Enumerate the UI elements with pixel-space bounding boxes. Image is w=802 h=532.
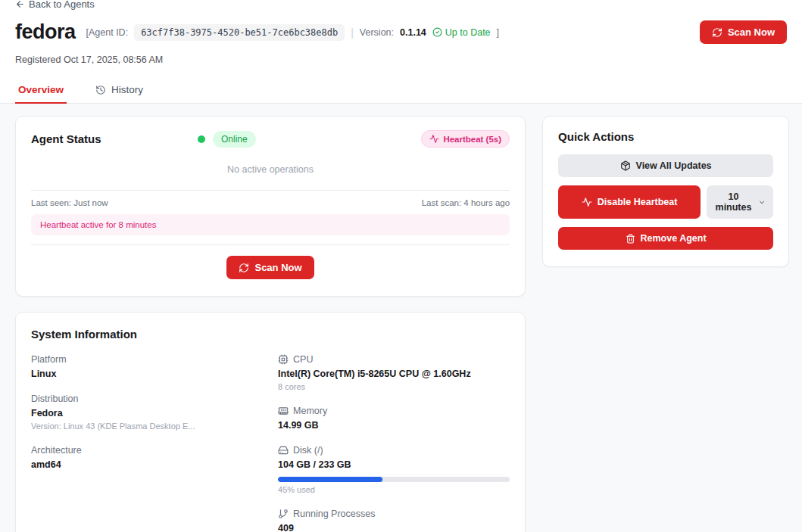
- page-title: fedora: [15, 20, 76, 44]
- memory-label: Memory: [293, 406, 327, 416]
- tab-history-label: History: [111, 84, 143, 95]
- heartbeat-active-banner: Heartbeat active for 8 minutes: [31, 214, 510, 235]
- platform-label: Platform: [31, 354, 263, 365]
- tab-history[interactable]: History: [92, 78, 146, 104]
- platform-value: Linux: [31, 369, 263, 379]
- heartbeat-duration-select[interactable]: 10 minutes: [707, 185, 773, 219]
- distribution-version: Version: Linux 43 (KDE Plasma Desktop E.…: [31, 422, 263, 431]
- platform-field: Platform Linux: [31, 354, 263, 379]
- distribution-field: Distribution Fedora Version: Linux 43 (K…: [31, 394, 263, 431]
- page-header: Back to Agents fedora [Agent ID: 63cf7f3…: [0, 0, 802, 65]
- title-row: fedora [Agent ID: 63cf7f38-3975-4520-be5…: [15, 20, 787, 44]
- agent-status-card: Agent Status Online Heartbeat (5s) No ac…: [15, 116, 526, 297]
- view-all-updates-button[interactable]: View All Updates: [558, 154, 773, 177]
- heartbeat-duration-value: 10 minutes: [714, 191, 753, 213]
- page-content: Agent Status Online Heartbeat (5s) No ac…: [0, 104, 802, 532]
- disk-label: Disk (/): [293, 445, 323, 456]
- back-to-agents-link[interactable]: Back to Agents: [15, 0, 95, 10]
- heartbeat-controls-row: Disable Heartbeat 10 minutes: [558, 185, 773, 219]
- bracket-close: ]: [497, 27, 499, 38]
- processes-label: Running Processes: [293, 509, 375, 519]
- cpu-value: Intel(R) Core(TM) i5-8265U CPU @ 1.60GHz: [278, 369, 510, 379]
- disk-field: Disk (/) 104 GB / 233 GB 45% used: [278, 445, 510, 494]
- disable-heartbeat-button[interactable]: Disable Heartbeat: [558, 185, 701, 219]
- right-column: Quick Actions View All Updates Disable H…: [542, 116, 789, 267]
- heartbeat-badge: Heartbeat (5s): [421, 130, 510, 148]
- online-status: Online: [198, 131, 421, 148]
- disk-usage-fill: [278, 477, 382, 482]
- registered-date: Registered Oct 17, 2025, 08:56 AM: [15, 54, 787, 65]
- memory-field: Memory 14.99 GB: [278, 406, 510, 431]
- disk-used-label: 45% used: [278, 485, 510, 494]
- no-active-operations-text: No active operations: [31, 164, 510, 175]
- system-info-right-column: CPU Intel(R) Core(TM) i5-8265U CPU @ 1.6…: [278, 354, 510, 532]
- heartbeat-badge-label: Heartbeat (5s): [443, 135, 501, 144]
- scan-now-button-header[interactable]: Scan Now: [700, 20, 787, 44]
- online-dot-icon: [198, 135, 205, 143]
- version-value: 0.1.14: [400, 27, 426, 38]
- disk-value: 104 GB / 233 GB: [278, 459, 510, 470]
- history-icon: [95, 85, 106, 95]
- scan-now-button-card[interactable]: Scan Now: [226, 256, 314, 279]
- agent-id-label: [Agent ID:: [86, 27, 129, 38]
- scan-now-label: Scan Now: [254, 262, 301, 273]
- distribution-label: Distribution: [31, 394, 263, 404]
- system-info-left-column: Platform Linux Distribution Fedora Versi…: [31, 354, 263, 532]
- back-link-label: Back to Agents: [29, 0, 95, 10]
- disk-usage-bar: [278, 477, 510, 482]
- agent-status-header: Agent Status Online Heartbeat (5s): [31, 130, 510, 148]
- cpu-field: CPU Intel(R) Core(TM) i5-8265U CPU @ 1.6…: [278, 354, 510, 391]
- cpu-cores: 8 cores: [278, 382, 510, 391]
- cpu-label: CPU: [293, 354, 313, 365]
- remove-agent-button[interactable]: Remove Agent: [558, 227, 773, 250]
- system-information-title: System Information: [31, 328, 510, 341]
- processes-icon: [278, 509, 289, 519]
- last-scan-text: Last scan: 4 hours ago: [422, 198, 510, 207]
- disable-heartbeat-label: Disable Heartbeat: [598, 197, 678, 207]
- architecture-label: Architecture: [31, 445, 263, 456]
- tab-overview[interactable]: Overview: [15, 78, 67, 104]
- heartbeat-icon: [429, 134, 439, 144]
- remove-agent-label: Remove Agent: [641, 233, 707, 244]
- arrow-left-icon: [15, 0, 25, 9]
- view-all-updates-label: View All Updates: [636, 160, 712, 171]
- refresh-icon: [712, 27, 722, 38]
- memory-value: 14.99 GB: [278, 420, 510, 431]
- processes-value: 409: [278, 523, 510, 532]
- architecture-value: amd64: [31, 459, 263, 470]
- system-information-card: System Information Platform Linux Distri…: [15, 312, 526, 532]
- up-to-date-badge: Up to Date: [432, 27, 491, 38]
- agent-status-title: Agent Status: [31, 132, 198, 145]
- chevron-down-icon: [758, 198, 766, 207]
- memory-icon: [278, 406, 289, 416]
- up-to-date-label: Up to Date: [445, 27, 491, 38]
- heartbeat-icon: [582, 197, 592, 207]
- processes-field: Running Processes 409: [278, 509, 510, 532]
- hard-drive-icon: [278, 445, 289, 456]
- tab-overview-label: Overview: [18, 84, 64, 95]
- last-seen-text: Last seen: Just now: [31, 198, 108, 207]
- meta-divider: |: [351, 26, 354, 39]
- tab-bar: Overview History: [0, 77, 802, 104]
- agent-meta: [Agent ID: 63cf7f38-3975-4520-be51-7ce6b…: [86, 24, 500, 41]
- trash-icon: [626, 234, 635, 244]
- scan-now-label: Scan Now: [728, 26, 775, 38]
- refresh-icon: [239, 263, 249, 273]
- check-circle-icon: [432, 27, 442, 37]
- last-seen-row: Last seen: Just now Last scan: 4 hours a…: [31, 191, 510, 214]
- distribution-value: Fedora: [31, 408, 263, 418]
- agent-id-value: 63cf7f38-3975-4520-be51-7ce6bc38e8db: [134, 24, 345, 41]
- package-icon: [620, 160, 631, 171]
- version-label: Version:: [360, 27, 394, 38]
- architecture-field: Architecture amd64: [31, 445, 263, 470]
- online-badge: Online: [213, 131, 256, 148]
- left-column: Agent Status Online Heartbeat (5s) No ac…: [15, 116, 526, 532]
- cpu-icon: [278, 354, 289, 365]
- quick-actions-card: Quick Actions View All Updates Disable H…: [542, 116, 789, 267]
- quick-actions-title: Quick Actions: [558, 130, 773, 143]
